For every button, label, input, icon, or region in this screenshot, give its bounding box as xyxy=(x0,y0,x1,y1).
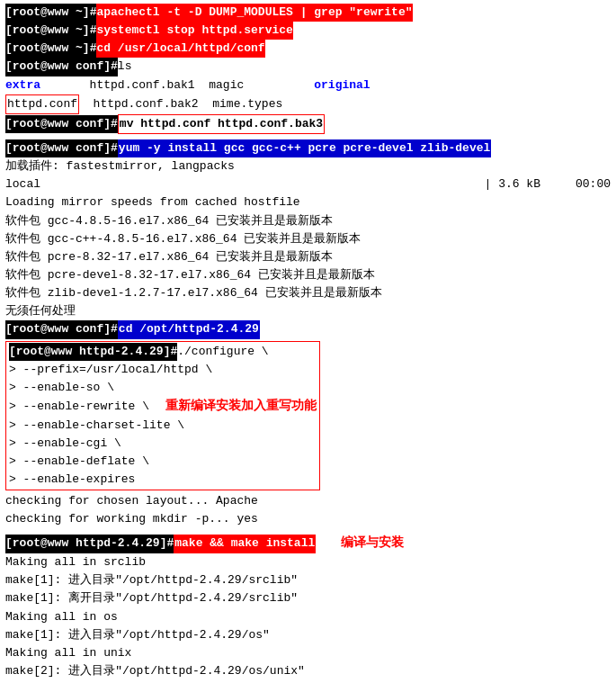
prompt-yum: [root@www conf] xyxy=(5,139,111,157)
yum-output-6: 软件包 pcre-8.32-17.el7.x86_64 已安装并且是最新版本 xyxy=(5,248,611,266)
ls-bak1: httpd.conf.bak1 magic xyxy=(40,76,314,94)
yum-output-9: 无须任何处理 xyxy=(5,302,611,320)
configure-opt-1: > --prefix=/usr/local/httpd \ xyxy=(9,361,317,379)
ls-output-1: extra httpd.conf.bak1 magic original xyxy=(5,76,611,94)
prompt-configure: [root@www httpd-2.4.29] xyxy=(9,343,170,361)
hash-yum: # xyxy=(111,139,118,157)
make-output-1: Making all in srclib xyxy=(5,553,611,571)
ls-extra: extra xyxy=(5,76,40,94)
prompt-mv: [root@www conf] xyxy=(5,115,111,133)
check-output-2: checking for working mkdir -p... yes xyxy=(5,510,611,528)
hash-1: # xyxy=(90,4,97,22)
hash-4: # xyxy=(111,58,118,76)
configure-opt-4: > --enable-charset-lite \ xyxy=(9,417,317,435)
line-make: [root@www httpd-2.4.29]#make && make ins… xyxy=(5,534,611,553)
prompt-3: [root@www ~] xyxy=(5,40,90,58)
make-output-2: make[1]: 进入目录"/opt/httpd-2.4.29/srclib" xyxy=(5,571,611,589)
yum-output-7: 软件包 pcre-devel-8.32-17.el7.x86_64 已安装并且是… xyxy=(5,266,611,284)
hash-configure: # xyxy=(170,343,177,361)
configure-note: 重新编译安装加入重写功能 xyxy=(165,397,317,417)
configure-block: [root@www httpd-2.4.29]#./configure \ > … xyxy=(5,341,320,491)
hash-3: # xyxy=(90,40,97,58)
line-2: [root@www ~]#systemctl stop httpd.servic… xyxy=(5,22,611,40)
line-1: [root@www ~]#apachectl -t -D DUMP_MODULE… xyxy=(5,4,611,22)
prompt-1: [root@www ~] xyxy=(5,4,90,22)
cmd-1: apachectl -t -D DUMP_MODULES | grep "rew… xyxy=(96,4,412,22)
cmd-yum: yum -y install gcc gcc-c++ pcre pcre-dev… xyxy=(118,139,491,157)
configure-opt-3: > --enable-rewrite \ xyxy=(9,398,149,416)
cmd-configure: ./configure \ xyxy=(177,343,268,361)
make-output-4: Making all in os xyxy=(5,608,611,626)
prompt-4: [root@www conf] xyxy=(5,58,111,76)
line-3: [root@www ~]#cd /usr/local/httpd/conf xyxy=(5,40,611,58)
cmd-2: systemctl stop httpd.service xyxy=(96,22,292,40)
prompt-make: [root@www httpd-2.4.29] xyxy=(5,535,166,553)
make-output-7: make[2]: 进入目录"/opt/httpd-2.4.29/os/unix" xyxy=(5,662,611,680)
make-note: 编译与安装 xyxy=(341,534,404,553)
yum-output-1: 加载插件: fastestmirror, langpacks xyxy=(5,157,611,175)
hash-make: # xyxy=(166,535,174,553)
configure-opt-3-line: > --enable-rewrite \ 重新编译安装加入重写功能 xyxy=(9,397,317,417)
ls-original: original xyxy=(314,76,370,94)
line-4: [root@www conf]#ls xyxy=(5,58,611,76)
yum-output-5: 软件包 gcc-c++-4.8.5-16.el7.x86_64 已安装并且是最新… xyxy=(5,230,611,248)
prompt-2: [root@www ~] xyxy=(5,22,90,40)
cmd-mv: mv httpd.conf httpd.conf.bak3 xyxy=(118,114,325,134)
check-output-1: checking for chosen layout... Apache xyxy=(5,492,611,510)
ls-rest: httpd.conf.bak2 mime.types xyxy=(79,95,282,113)
make-output-3: make[1]: 离开目录"/opt/httpd-2.4.29/srclib" xyxy=(5,589,611,607)
yum-output-8: 软件包 zlib-devel-1.2.7-17.el7.x86_64 已安装并且… xyxy=(5,284,611,302)
hash-cd-opt: # xyxy=(111,320,118,338)
cmd-make: make && make install xyxy=(174,535,316,553)
line-mv: [root@www conf]#mv httpd.conf httpd.conf… xyxy=(5,114,611,134)
configure-opt-6: > --enable-deflate \ xyxy=(9,453,317,471)
yum-output-3: Loading mirror speeds from cached hostfi… xyxy=(5,193,611,211)
cmd-cd-opt: cd /opt/httpd-2.4.29 xyxy=(118,320,260,338)
ls-output-2: httpd.conf httpd.conf.bak2 mime.types xyxy=(5,94,611,114)
cmd-3: cd /usr/local/httpd/conf xyxy=(96,40,264,58)
prompt-cd-opt: [root@www conf] xyxy=(5,320,111,338)
yum-output-cols: local | 3.6 kB 00:00 xyxy=(5,175,611,193)
yum-size: | 3.6 kB 00:00 xyxy=(485,175,611,193)
yum-output-4: 软件包 gcc-4.8.5-16.el7.x86_64 已安装并且是最新版本 xyxy=(5,212,611,230)
line-yum: [root@www conf]#yum -y install gcc gcc-c… xyxy=(5,139,611,157)
yum-local: local xyxy=(5,175,40,193)
make-output-5: make[1]: 进入目录"/opt/httpd-2.4.29/os" xyxy=(5,626,611,644)
configure-opt-2: > --enable-so \ xyxy=(9,379,317,397)
cmd-4: ls xyxy=(118,58,132,76)
configure-opt-5: > --enable-cgi \ xyxy=(9,435,317,453)
ls-httpd-conf: httpd.conf xyxy=(5,94,79,114)
configure-opt-7: > --enable-expires xyxy=(9,471,317,489)
hash-2: # xyxy=(90,22,97,40)
configure-cmd-line: [root@www httpd-2.4.29]#./configure \ xyxy=(9,343,317,361)
make-output-6: Making all in unix xyxy=(5,644,611,662)
terminal-window: [root@www ~]#apachectl -t -D DUMP_MODULE… xyxy=(0,0,616,683)
line-cd-opt: [root@www conf]#cd /opt/httpd-2.4.29 xyxy=(5,320,611,338)
hash-mv: # xyxy=(111,115,118,133)
